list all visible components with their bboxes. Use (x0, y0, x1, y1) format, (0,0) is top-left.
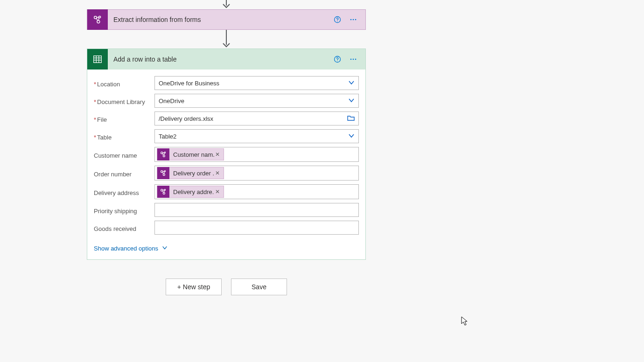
svg-point-31 (163, 174, 165, 175)
label-delivery-address: Delivery address (94, 188, 154, 196)
dynamic-token[interactable]: Delivery order ... ✕ (157, 167, 224, 179)
svg-line-26 (162, 153, 163, 155)
chevron-down-icon (348, 97, 355, 105)
svg-point-9 (350, 19, 352, 21)
save-button[interactable]: Save (231, 278, 287, 295)
svg-point-10 (353, 19, 354, 21)
dynamic-token[interactable]: Delivery addre... ✕ (157, 186, 224, 198)
label-file: *File (94, 114, 154, 123)
ai-builder-icon (87, 9, 108, 30)
flow-arrow (87, 0, 366, 9)
dynamic-token[interactable]: Customer nam... ✕ (157, 148, 224, 160)
svg-point-3 (97, 21, 100, 23)
ai-builder-icon (157, 186, 169, 198)
more-icon[interactable] (347, 53, 360, 66)
cursor-icon (461, 316, 469, 326)
delivery-address-input[interactable]: Delivery addre... ✕ (154, 184, 359, 199)
location-select[interactable]: OneDrive for Business (154, 76, 359, 90)
goods-received-input[interactable] (154, 221, 359, 235)
help-icon[interactable] (331, 53, 344, 66)
priority-shipping-input[interactable] (154, 203, 359, 217)
label-document-library: *Document Library (94, 97, 154, 105)
svg-line-6 (97, 17, 98, 18)
ai-builder-icon (157, 167, 169, 179)
help-icon[interactable] (331, 13, 344, 26)
label-location: *Location (94, 79, 154, 88)
svg-point-8 (337, 21, 337, 21)
svg-point-30 (164, 171, 166, 172)
token-remove-icon[interactable]: ✕ (214, 151, 224, 158)
svg-line-38 (162, 191, 163, 193)
label-table: *Table (94, 132, 154, 141)
more-icon[interactable] (347, 13, 360, 26)
step-extract-forms[interactable]: Extract information from forms (87, 9, 366, 30)
chevron-down-icon (348, 132, 355, 140)
label-goods-received: Goods received (94, 223, 154, 232)
step-add-row: Add a row into a table *Location (87, 49, 366, 260)
folder-icon[interactable] (347, 115, 355, 123)
svg-point-22 (355, 59, 357, 60)
label-priority-shipping: Priority shipping (94, 206, 154, 215)
step-header[interactable]: Add a row into a table (87, 49, 365, 70)
document-library-select[interactable]: OneDrive (154, 94, 359, 108)
customer-name-input[interactable]: Customer nam... ✕ (154, 147, 359, 162)
show-advanced-options[interactable]: Show advanced options (87, 240, 174, 259)
new-step-button[interactable]: + New step (166, 278, 222, 295)
excel-icon (87, 49, 108, 70)
ai-builder-icon (157, 148, 169, 160)
svg-line-32 (162, 172, 163, 174)
label-customer-name: Customer name (94, 150, 154, 159)
svg-point-25 (163, 155, 165, 157)
chevron-down-icon (348, 79, 355, 87)
step-title: Add a row into a table (108, 56, 331, 63)
token-remove-icon[interactable]: ✕ (214, 170, 224, 176)
order-number-input[interactable]: Delivery order ... ✕ (154, 166, 359, 181)
svg-line-4 (97, 18, 98, 21)
chevron-down-icon (162, 245, 168, 252)
svg-rect-13 (94, 56, 102, 63)
svg-point-37 (163, 192, 165, 194)
svg-point-36 (164, 189, 166, 191)
svg-point-19 (337, 61, 337, 61)
token-remove-icon[interactable]: ✕ (214, 188, 224, 195)
flow-arrow (87, 30, 366, 49)
label-order-number: Order number (94, 169, 154, 178)
svg-point-20 (350, 59, 352, 60)
table-select[interactable]: Table2 (154, 129, 359, 143)
file-input[interactable]: /Delivery orders.xlsx (154, 111, 359, 125)
svg-point-24 (164, 152, 166, 153)
svg-line-5 (98, 18, 99, 21)
svg-point-11 (355, 19, 357, 21)
svg-point-21 (353, 59, 354, 60)
step-title: Extract information from forms (108, 16, 331, 23)
